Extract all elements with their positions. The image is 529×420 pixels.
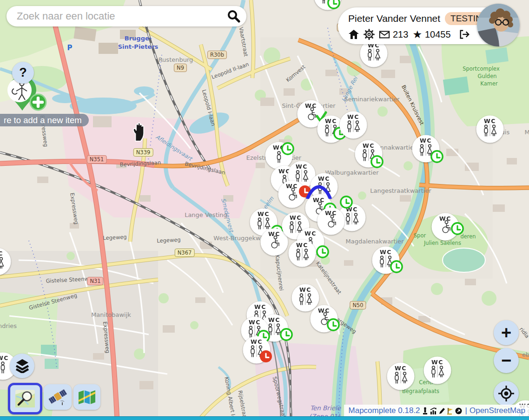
zoom-out-label: − xyxy=(501,351,511,371)
wheelchair-toilet-marker[interactable]: WC xyxy=(278,180,306,210)
flag-icon[interactable] xyxy=(447,407,454,415)
svg-text:WC: WC xyxy=(380,249,392,256)
svg-text:WC: WC xyxy=(325,118,337,125)
svg-text:WC: WC xyxy=(347,113,359,120)
svg-text:WC: WC xyxy=(268,316,280,323)
app-version[interactable]: Mapcomplete 0.18.2 xyxy=(349,406,420,415)
help-label: ? xyxy=(19,66,27,80)
help-button[interactable]: ? xyxy=(12,62,34,84)
gear-icon[interactable] xyxy=(364,29,375,40)
svg-text:WC: WC xyxy=(304,230,317,237)
attribution-separator: | xyxy=(465,406,467,415)
osm-map-icon xyxy=(15,390,35,407)
pencil-icon[interactable] xyxy=(438,407,445,415)
toilet-marker[interactable]: WC xyxy=(371,246,400,276)
zoom-in-button[interactable]: + xyxy=(494,320,519,345)
svg-text:WC: WC xyxy=(296,163,308,170)
background-osm-button[interactable] xyxy=(8,383,42,414)
toilet-marker[interactable]: WC xyxy=(242,335,271,366)
layers-icon xyxy=(15,359,29,373)
zoom-in-label: + xyxy=(501,323,511,343)
wheelchair-toilet-marker[interactable]: WC xyxy=(431,212,460,243)
toilet-marker[interactable]: WC xyxy=(386,362,415,393)
osm-circle-icon[interactable] xyxy=(455,407,462,415)
toilet-marker[interactable]: WC xyxy=(313,0,342,13)
svg-text:WC: WC xyxy=(290,214,302,221)
svg-text:WC: WC xyxy=(0,354,9,361)
wheelchair-toilet-marker[interactable]: WC xyxy=(310,304,338,335)
svg-text:WC: WC xyxy=(254,303,266,310)
svg-text:WC: WC xyxy=(0,250,3,257)
toilet-marker[interactable]: WC xyxy=(288,239,317,269)
star-icon: ★ xyxy=(412,29,422,40)
svg-text:WC: WC xyxy=(395,365,407,372)
svg-text:WC: WC xyxy=(299,286,311,293)
search-bar xyxy=(7,6,246,26)
wheelchair-toilet-marker[interactable]: WC xyxy=(317,207,345,237)
zoom-out-button[interactable]: − xyxy=(494,348,519,373)
search-icon[interactable] xyxy=(226,9,240,23)
svg-text:WC: WC xyxy=(296,242,308,249)
svg-text:WC: WC xyxy=(484,118,496,125)
background-satellite-button[interactable] xyxy=(44,384,72,410)
toilet-marker[interactable]: WC xyxy=(423,356,452,387)
satellite-icon xyxy=(48,388,67,407)
stats-icon[interactable] xyxy=(430,407,437,415)
svg-text:WC: WC xyxy=(258,210,270,217)
svg-text:WC: WC xyxy=(318,175,330,182)
toilet-marker[interactable]: WC xyxy=(0,247,12,278)
logout-icon[interactable] xyxy=(459,29,470,40)
svg-text:WC: WC xyxy=(431,359,443,366)
svg-text:WC: WC xyxy=(346,206,358,213)
attribution-bar: Mapcomplete 0.18.2 | OpenStreetMap xyxy=(344,405,529,417)
svg-text:WC: WC xyxy=(249,319,261,326)
toilet-marker[interactable]: WC xyxy=(339,111,368,141)
mapcomplete-app: Brugge-Sint-PietersRustenburgPVaartstraa… xyxy=(0,0,529,420)
changeset-count[interactable]: 10455 xyxy=(425,29,451,40)
toilet-marker[interactable]: WC xyxy=(476,115,504,145)
toilet-marker[interactable]: WC xyxy=(411,134,440,165)
osm-link[interactable]: OpenStreetMap xyxy=(469,406,525,415)
avatar[interactable] xyxy=(477,4,520,46)
add-item-tooltip: re to add a new item xyxy=(0,114,89,126)
home-icon[interactable] xyxy=(348,29,359,40)
statue-icon[interactable] xyxy=(422,407,429,415)
hand-cursor-icon xyxy=(131,122,146,142)
svg-text:WC: WC xyxy=(251,338,263,345)
messages-count[interactable]: 213 xyxy=(393,29,408,40)
svg-text:WC: WC xyxy=(363,142,375,149)
bottom-accent-bar xyxy=(0,416,529,420)
toilet-marker[interactable]: WC xyxy=(354,139,383,170)
folded-map-icon xyxy=(78,390,96,405)
user-name: Pieter Vander Vennet xyxy=(348,13,440,24)
layers-button[interactable] xyxy=(10,354,34,378)
messages-icon[interactable] xyxy=(379,29,390,40)
search-input[interactable] xyxy=(16,10,226,23)
svg-text:WC: WC xyxy=(420,137,432,144)
geolocate-button[interactable] xyxy=(494,381,519,406)
crosshair-icon xyxy=(498,385,515,402)
background-map-button[interactable] xyxy=(73,384,100,410)
svg-text:WC: WC xyxy=(273,144,285,151)
